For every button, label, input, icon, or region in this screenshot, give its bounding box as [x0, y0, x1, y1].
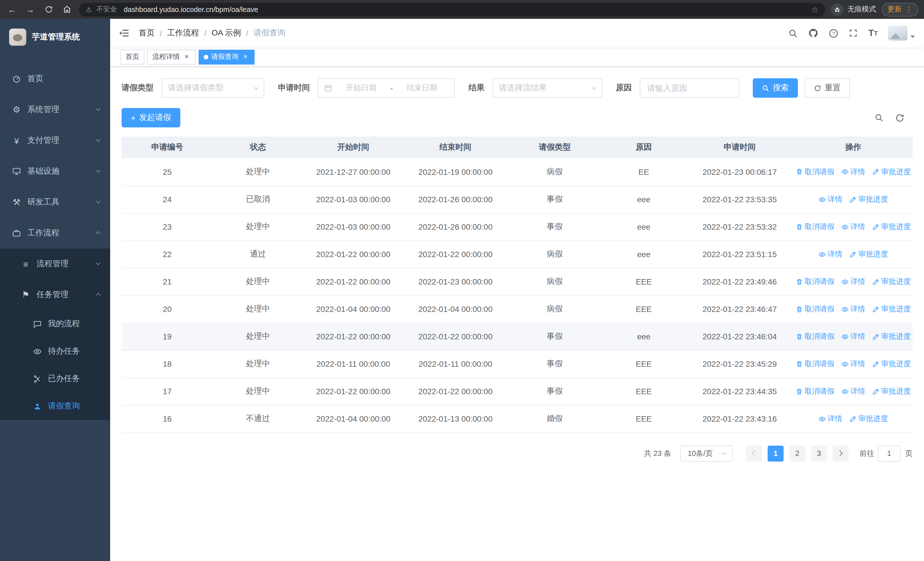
sidebar-item-devtools[interactable]: ⚒ 研发工具	[0, 187, 110, 218]
close-icon[interactable]: ×	[183, 53, 190, 61]
action-progress-button[interactable]: 审批进度	[849, 249, 888, 259]
header-search-button[interactable]	[789, 28, 798, 38]
reload-button[interactable]	[42, 5, 55, 14]
row-actions: 取消请假详情审批进度	[796, 277, 910, 287]
sidebar-item-todo-tasks[interactable]: 待办任务	[0, 338, 110, 365]
font-size-button[interactable]: TT	[868, 28, 878, 38]
action-progress-button[interactable]: 审批进度	[872, 386, 911, 397]
action-cancel-button[interactable]: 取消请假	[796, 304, 834, 314]
prev-page-button[interactable]	[746, 445, 762, 461]
action-detail-button[interactable]: 详情	[818, 414, 842, 424]
action-cancel-button[interactable]: 取消请假	[796, 386, 834, 397]
leave-table-body: 25 处理中 2021-12-27 00:00:00 2022-01-19 00…	[122, 158, 913, 432]
action-detail-button[interactable]: 详情	[841, 304, 865, 314]
action-progress-button[interactable]: 审批进度	[872, 304, 911, 314]
table-row: 18 处理中 2022-01-11 00:00:00 2022-01-11 00…	[122, 350, 913, 378]
page-size-select[interactable]: 10条/页	[680, 445, 733, 461]
breadcrumb-item[interactable]: 首页	[139, 28, 154, 38]
toggle-search-button[interactable]	[874, 113, 884, 122]
action-progress-button[interactable]: 审批进度	[872, 277, 911, 287]
address-bar[interactable]: ⚠ 不安全 dashboard.yudao.iocoder.cn/bpm/oa/…	[79, 3, 825, 16]
back-button[interactable]: ←	[6, 5, 18, 14]
sidebar-item-workflow[interactable]: 工作流程	[0, 218, 110, 248]
action-cancel-button[interactable]: 取消请假	[796, 167, 834, 177]
action-detail-button[interactable]: 详情	[841, 167, 865, 177]
leave-type-select[interactable]: 请选择请假类型	[162, 78, 264, 98]
help-button[interactable]: ?	[829, 28, 838, 38]
chevron-down-icon	[722, 450, 726, 455]
table-row: 19 处理中 2022-01-22 00:00:00 2022-01-22 00…	[122, 323, 913, 350]
hamburger-icon	[119, 27, 130, 39]
reason-input[interactable]	[647, 83, 732, 93]
cell-apply-time: 2022-01-22 23:46:04	[686, 323, 794, 350]
action-progress-button[interactable]: 审批进度	[849, 194, 888, 205]
row-actions: 取消请假详情审批进度	[796, 331, 910, 341]
action-detail-button[interactable]: 详情	[818, 249, 842, 259]
apply-time-range-picker[interactable]: 开始日期 - 结束日期	[318, 78, 455, 98]
user-menu[interactable]	[888, 26, 915, 41]
breadcrumb-item[interactable]: OA 示例	[212, 28, 241, 38]
sidebar-item-process-management[interactable]: ≡ 流程管理	[0, 248, 110, 279]
flag-icon: ⚑	[21, 290, 31, 300]
home-button[interactable]	[60, 5, 73, 14]
action-progress-button[interactable]: 审批进度	[849, 414, 888, 424]
action-cancel-button[interactable]: 取消请假	[796, 359, 834, 369]
fullscreen-button[interactable]	[849, 29, 858, 38]
browser-menu-icon[interactable]: ⋮	[905, 5, 913, 14]
active-dot	[204, 54, 208, 59]
goto-page-input[interactable]	[878, 445, 901, 461]
page-button-2[interactable]: 2	[789, 445, 805, 461]
delete-icon	[796, 388, 803, 395]
sidebar-item-system[interactable]: ⚙ 系统管理	[0, 94, 110, 125]
cell-reason: EEE	[602, 295, 686, 323]
cell-apply-id: 19	[122, 323, 213, 350]
search-button[interactable]: 搜索	[753, 78, 798, 98]
action-detail-button[interactable]: 详情	[841, 386, 865, 397]
eye-icon	[841, 168, 849, 176]
sidebar-item-my-process[interactable]: 我的流程	[0, 310, 110, 338]
action-cancel-button[interactable]: 取消请假	[796, 277, 834, 287]
table-row: 24 已取消 2022-01-03 00:00:00 2022-01-26 00…	[122, 186, 913, 213]
tab-leave-query[interactable]: 请假查询 ×	[199, 50, 255, 64]
action-detail-button[interactable]: 详情	[841, 222, 865, 232]
action-progress-button[interactable]: 审批进度	[872, 167, 911, 177]
sidebar-toggle-button[interactable]	[110, 19, 139, 47]
action-cancel-button[interactable]: 取消请假	[796, 331, 834, 341]
forward-button[interactable]: →	[24, 5, 36, 14]
breadcrumb-separator: /	[246, 29, 248, 38]
action-detail-button[interactable]: 详情	[818, 194, 842, 205]
action-progress-button[interactable]: 审批进度	[872, 222, 911, 232]
create-leave-button[interactable]: + 发起请假	[122, 108, 180, 127]
cell-start-time: 2022-01-03 00:00:00	[303, 186, 404, 213]
action-detail-button[interactable]: 详情	[841, 331, 865, 341]
close-icon[interactable]: ×	[242, 53, 249, 61]
reset-button[interactable]: 重置	[805, 78, 850, 98]
action-detail-button[interactable]: 详情	[841, 277, 865, 287]
tab-process-detail[interactable]: 流程详情 ×	[147, 50, 196, 64]
app-logo[interactable]: 芋道管理系统	[0, 19, 110, 56]
tab-home[interactable]: 首页	[120, 50, 144, 64]
browser-update-button[interactable]: 更新 ⋮	[882, 3, 918, 16]
sidebar-item-leave-query[interactable]: 请假查询	[0, 393, 110, 420]
sidebar-item-infrastructure[interactable]: 基础设施	[0, 156, 110, 187]
next-page-button[interactable]	[832, 445, 849, 461]
sidebar-item-task-management[interactable]: ⚑ 任务管理	[0, 279, 110, 310]
action-detail-button[interactable]: 详情	[841, 359, 865, 369]
sidebar-item-done-tasks[interactable]: 已办任务	[0, 365, 110, 393]
result-select[interactable]: 请选择流结果	[492, 78, 602, 98]
eye-icon	[818, 415, 826, 423]
table-header: 申请编号 状态 开始时间 结束时间 请假类型 原因 申请时间 操作	[122, 137, 913, 158]
page-button-1[interactable]: 1	[768, 445, 784, 461]
refresh-table-button[interactable]	[895, 113, 904, 123]
page-button-3[interactable]: 3	[811, 445, 827, 461]
action-cancel-button[interactable]: 取消请假	[796, 222, 834, 232]
bookmark-star-icon[interactable]: ☆	[811, 5, 818, 14]
action-progress-button[interactable]: 审批进度	[872, 359, 911, 369]
sidebar-item-home[interactable]: 首页	[0, 63, 110, 94]
github-link[interactable]	[808, 28, 819, 38]
sidebar-item-payment[interactable]: ¥ 支付管理	[0, 125, 110, 156]
action-progress-button[interactable]: 审批进度	[872, 331, 911, 341]
url-text: dashboard.yudao.iocoder.cn/bpm/oa/leave	[124, 5, 807, 14]
edit-icon	[872, 278, 879, 285]
breadcrumb-item[interactable]: 工作流程	[167, 28, 199, 38]
